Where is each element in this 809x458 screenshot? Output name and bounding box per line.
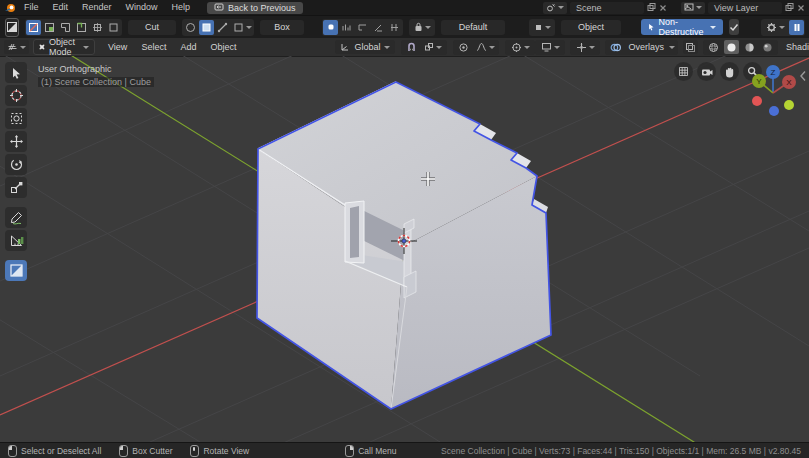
align-option-button[interactable] xyxy=(371,20,386,35)
mode-join-button[interactable] xyxy=(74,20,89,35)
shape-ngon-button[interactable] xyxy=(215,20,230,35)
active-object-breadcrumb: (1) Scene Collection | Cube xyxy=(38,77,154,87)
scene-name-field[interactable]: Scene xyxy=(570,2,644,14)
shape-custom-button[interactable] xyxy=(231,20,253,35)
shape-box-button[interactable] xyxy=(199,20,214,35)
mode-makebox-button[interactable] xyxy=(106,20,121,35)
select-box-tool[interactable] xyxy=(5,62,27,83)
operation-value-field[interactable]: Default xyxy=(441,20,505,35)
checkmark-icon xyxy=(729,23,739,32)
boxcutter-tool[interactable] xyxy=(5,260,27,281)
grid-option-button[interactable] xyxy=(339,20,354,35)
mode-inset-button[interactable] xyxy=(58,20,73,35)
menu-view[interactable]: View xyxy=(101,38,134,56)
pan-view-button[interactable] xyxy=(720,62,739,81)
circle-shape-icon xyxy=(185,22,196,33)
remove-view-layer-icon[interactable] xyxy=(797,4,805,12)
menu-file[interactable]: File xyxy=(17,0,46,15)
editor-type-caret xyxy=(20,46,26,49)
gizmo-x-negative[interactable] xyxy=(752,96,762,106)
mode-value-field[interactable]: Cut xyxy=(128,20,176,35)
shading-label: Shading xyxy=(786,42,809,52)
orientation-label: Global xyxy=(354,42,380,52)
sidebar-toggle-arrow[interactable] xyxy=(799,70,807,82)
gizmo-z-negative[interactable] xyxy=(769,106,779,116)
new-view-layer-icon[interactable] xyxy=(785,3,794,12)
behavior-caret xyxy=(545,26,551,29)
xray-toggle[interactable] xyxy=(683,40,698,54)
operation-lock-button[interactable] xyxy=(410,20,434,35)
menu-object[interactable]: Object xyxy=(203,38,243,56)
view-layer-browse-caret xyxy=(696,6,702,9)
mode-knife-button[interactable] xyxy=(90,20,105,35)
mode-cut-button[interactable] xyxy=(26,20,41,35)
shading-material-button[interactable] xyxy=(742,40,757,54)
visibility-types-icon xyxy=(541,42,552,52)
shading-rendered-button[interactable] xyxy=(760,40,775,54)
proportional-edit-toggle[interactable] xyxy=(456,40,471,54)
move-tool[interactable] xyxy=(5,131,27,152)
shading-dropdown[interactable]: Shading xyxy=(783,40,809,55)
overlays-label[interactable]: Overlays xyxy=(626,42,666,52)
object-visibility-dropdown[interactable] xyxy=(535,40,565,55)
surface-option-button[interactable] xyxy=(355,20,370,35)
transform-tool[interactable] xyxy=(5,108,27,129)
menu-add[interactable]: Add xyxy=(173,38,203,56)
orientation-caret xyxy=(384,46,390,49)
view-layer-name-field[interactable]: View Layer xyxy=(708,2,782,14)
blender-window: File Edit Render Window Help Back to Pre… xyxy=(0,0,809,458)
unlink-scene-icon[interactable] xyxy=(659,4,667,12)
select-arrow-icon xyxy=(9,66,23,80)
operation-lock-caret xyxy=(425,26,431,29)
xray-icon xyxy=(685,42,696,53)
camera-view-button[interactable] xyxy=(697,62,716,81)
gizmos-dropdown[interactable] xyxy=(570,40,600,55)
shading-wireframe-button[interactable] xyxy=(706,40,721,54)
pivot-point-dropdown[interactable] xyxy=(505,40,535,55)
view-layer-icon xyxy=(684,3,694,12)
scene-browse-button[interactable] xyxy=(543,2,567,14)
left-mouse-icon xyxy=(8,445,17,457)
new-scene-icon[interactable] xyxy=(647,3,656,12)
apply-check-button[interactable] xyxy=(729,19,739,35)
mode-dropdown[interactable]: Object Mode xyxy=(33,39,95,55)
lock-icon xyxy=(414,22,423,32)
menu-edit[interactable]: Edit xyxy=(46,0,76,15)
editor-type-button[interactable] xyxy=(4,40,29,54)
shape-circle-button[interactable] xyxy=(183,20,198,35)
behavior-value-field[interactable]: Object xyxy=(561,20,621,35)
menu-select[interactable]: Select xyxy=(134,38,173,56)
rotate-tool[interactable] xyxy=(5,154,27,175)
measure-tool[interactable] xyxy=(5,230,27,251)
menu-render[interactable]: Render xyxy=(75,0,119,15)
top-menu-bar: File Edit Render Window Help Back to Pre… xyxy=(0,0,809,16)
cursor-tool[interactable] xyxy=(5,85,27,106)
view-layer-browse-button[interactable] xyxy=(681,2,705,14)
pause-tool-button[interactable] xyxy=(789,20,804,35)
axis-option-button[interactable] xyxy=(387,20,402,35)
pipeline-mode-button[interactable]: Non-Destructive xyxy=(641,19,723,35)
shape-value-field[interactable]: Box xyxy=(260,20,304,35)
toggle-grid-button[interactable] xyxy=(674,62,693,81)
active-tool-display[interactable] xyxy=(5,18,19,37)
scale-tool[interactable] xyxy=(5,177,27,198)
back-to-previous-button[interactable]: Back to Previous xyxy=(207,2,303,14)
blender-logo-icon[interactable] xyxy=(4,2,17,14)
menu-window[interactable]: Window xyxy=(119,0,165,15)
view-layer-selector: View Layer xyxy=(681,2,805,14)
snap-settings-dropdown[interactable] xyxy=(422,40,444,54)
shading-solid-button[interactable] xyxy=(724,40,739,54)
overlays-toggle[interactable] xyxy=(608,40,623,54)
annotate-tool[interactable] xyxy=(5,207,27,228)
viewport-3d[interactable]: User Orthographic (1) Scene Collection |… xyxy=(0,56,809,442)
snap-toggle-button[interactable] xyxy=(323,20,338,35)
snap-toggle[interactable] xyxy=(404,40,419,54)
tool-gear-button[interactable] xyxy=(762,20,788,35)
transform-orientation-dropdown[interactable]: Global xyxy=(335,40,395,54)
falloff-dropdown[interactable] xyxy=(474,40,496,54)
mode-slice-button[interactable] xyxy=(42,20,57,35)
menu-help[interactable]: Help xyxy=(165,0,198,15)
navigation-gizmo[interactable]: Z Y X xyxy=(738,60,804,122)
gizmo-y-negative[interactable] xyxy=(784,100,794,110)
behavior-icon-button[interactable] xyxy=(530,20,554,35)
